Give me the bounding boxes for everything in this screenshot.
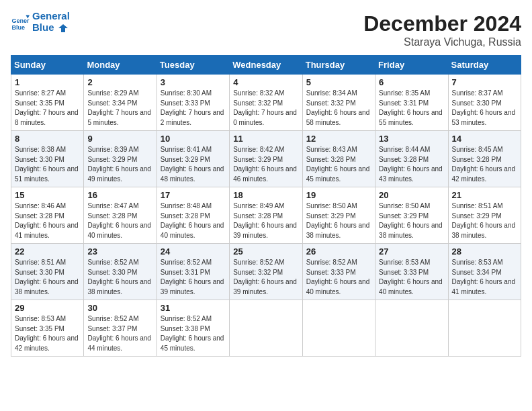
day-number: 16	[87, 190, 152, 200]
day-number: 9	[87, 134, 152, 144]
svg-text:General: General	[11, 17, 30, 24]
logo-blue: Blue	[32, 22, 70, 34]
svg-marker-3	[58, 24, 68, 32]
weekday-header-thursday: Thursday	[302, 56, 375, 75]
day-info: Sunrise: 8:44 AMSunset: 3:28 PMDaylight:…	[379, 146, 443, 183]
day-number: 12	[306, 134, 371, 144]
page-header: General Blue General Blue December 2024 …	[11, 11, 521, 48]
day-number: 30	[87, 303, 152, 313]
day-info: Sunrise: 8:35 AMSunset: 3:31 PMDaylight:…	[379, 89, 443, 126]
calendar-cell: 2 Sunrise: 8:29 AMSunset: 3:34 PMDayligh…	[84, 75, 157, 131]
day-info: Sunrise: 8:47 AMSunset: 3:28 PMDaylight:…	[87, 202, 151, 239]
logo-arrow-icon	[58, 24, 68, 32]
day-number: 11	[233, 134, 298, 144]
week-row-3: 15 Sunrise: 8:46 AMSunset: 3:28 PMDaylig…	[11, 187, 521, 244]
calendar-cell: 11 Sunrise: 8:42 AMSunset: 3:29 PMDaylig…	[230, 131, 302, 187]
calendar-cell: 18 Sunrise: 8:49 AMSunset: 3:28 PMDaylig…	[230, 187, 302, 244]
day-info: Sunrise: 8:53 AMSunset: 3:33 PMDaylight:…	[379, 259, 443, 295]
calendar-cell: 14 Sunrise: 8:45 AMSunset: 3:28 PMDaylig…	[448, 131, 521, 187]
calendar-cell: 22 Sunrise: 8:51 AMSunset: 3:30 PMDaylig…	[11, 244, 84, 300]
day-number: 23	[87, 246, 152, 257]
day-number: 15	[15, 190, 80, 200]
day-info: Sunrise: 8:52 AMSunset: 3:38 PMDaylight:…	[161, 315, 224, 352]
day-number: 17	[161, 190, 226, 200]
logo: General Blue General Blue	[11, 11, 70, 33]
day-info: Sunrise: 8:27 AMSunset: 3:35 PMDaylight:…	[15, 89, 79, 126]
calendar-cell: 31 Sunrise: 8:52 AMSunset: 3:38 PMDaylig…	[157, 300, 229, 357]
calendar-cell: 29 Sunrise: 8:53 AMSunset: 3:35 PMDaylig…	[11, 300, 84, 357]
calendar-cell	[375, 300, 448, 357]
calendar-cell	[302, 300, 375, 357]
day-number: 20	[379, 190, 444, 200]
day-info: Sunrise: 8:29 AMSunset: 3:34 PMDaylight:…	[87, 89, 151, 126]
calendar-cell: 20 Sunrise: 8:50 AMSunset: 3:29 PMDaylig…	[375, 187, 448, 244]
day-number: 2	[87, 77, 152, 87]
calendar-cell: 10 Sunrise: 8:41 AMSunset: 3:29 PMDaylig…	[157, 131, 229, 187]
day-info: Sunrise: 8:34 AMSunset: 3:32 PMDaylight:…	[306, 89, 370, 126]
day-info: Sunrise: 8:41 AMSunset: 3:29 PMDaylight:…	[161, 146, 224, 183]
calendar-cell: 16 Sunrise: 8:47 AMSunset: 3:28 PMDaylig…	[84, 187, 157, 244]
day-number: 5	[306, 77, 371, 87]
calendar-cell: 26 Sunrise: 8:52 AMSunset: 3:33 PMDaylig…	[302, 244, 375, 300]
day-number: 1	[15, 77, 80, 87]
calendar-cell: 19 Sunrise: 8:50 AMSunset: 3:29 PMDaylig…	[302, 187, 375, 244]
calendar-cell: 8 Sunrise: 8:38 AMSunset: 3:30 PMDayligh…	[11, 131, 84, 187]
day-number: 8	[15, 134, 80, 144]
day-info: Sunrise: 8:50 AMSunset: 3:29 PMDaylight:…	[379, 202, 443, 239]
day-info: Sunrise: 8:53 AMSunset: 3:35 PMDaylight:…	[15, 315, 79, 352]
day-number: 3	[161, 77, 226, 87]
month-year-title: December 2024	[363, 11, 521, 36]
day-number: 7	[452, 77, 517, 87]
calendar-cell: 6 Sunrise: 8:35 AMSunset: 3:31 PMDayligh…	[375, 75, 448, 131]
day-number: 13	[379, 134, 444, 144]
calendar-cell: 30 Sunrise: 8:52 AMSunset: 3:37 PMDaylig…	[84, 300, 157, 357]
week-row-2: 8 Sunrise: 8:38 AMSunset: 3:30 PMDayligh…	[11, 131, 521, 187]
day-info: Sunrise: 8:43 AMSunset: 3:28 PMDaylight:…	[306, 146, 370, 183]
calendar-cell: 27 Sunrise: 8:53 AMSunset: 3:33 PMDaylig…	[375, 244, 448, 300]
day-number: 25	[233, 246, 298, 257]
day-number: 27	[379, 246, 444, 257]
calendar-cell: 1 Sunrise: 8:27 AMSunset: 3:35 PMDayligh…	[11, 75, 84, 131]
day-number: 22	[15, 246, 80, 257]
calendar-cell	[230, 300, 302, 357]
day-number: 31	[161, 303, 226, 313]
logo-icon: General Blue	[11, 13, 30, 32]
calendar-cell: 5 Sunrise: 8:34 AMSunset: 3:32 PMDayligh…	[302, 75, 375, 131]
calendar-table: SundayMondayTuesdayWednesdayThursdayFrid…	[11, 55, 521, 357]
weekday-header-saturday: Saturday	[448, 56, 521, 75]
day-info: Sunrise: 8:52 AMSunset: 3:37 PMDaylight:…	[87, 315, 151, 352]
day-info: Sunrise: 8:53 AMSunset: 3:34 PMDaylight:…	[452, 259, 516, 295]
day-info: Sunrise: 8:49 AMSunset: 3:28 PMDaylight:…	[233, 202, 297, 239]
day-info: Sunrise: 8:50 AMSunset: 3:29 PMDaylight:…	[306, 202, 370, 239]
day-info: Sunrise: 8:51 AMSunset: 3:29 PMDaylight:…	[452, 202, 516, 239]
calendar-cell: 7 Sunrise: 8:37 AMSunset: 3:30 PMDayligh…	[448, 75, 521, 131]
logo-general: General	[32, 11, 70, 22]
week-row-4: 22 Sunrise: 8:51 AMSunset: 3:30 PMDaylig…	[11, 244, 521, 300]
day-number: 29	[15, 303, 80, 313]
location-subtitle: Staraya Vichuga, Russia	[363, 36, 521, 48]
calendar-cell: 24 Sunrise: 8:52 AMSunset: 3:31 PMDaylig…	[157, 244, 229, 300]
calendar-cell: 21 Sunrise: 8:51 AMSunset: 3:29 PMDaylig…	[448, 187, 521, 244]
weekday-header-sunday: Sunday	[11, 56, 84, 75]
weekday-header-friday: Friday	[375, 56, 448, 75]
title-block: December 2024 Staraya Vichuga, Russia	[363, 11, 521, 48]
calendar-cell: 15 Sunrise: 8:46 AMSunset: 3:28 PMDaylig…	[11, 187, 84, 244]
calendar-cell: 28 Sunrise: 8:53 AMSunset: 3:34 PMDaylig…	[448, 244, 521, 300]
calendar-cell: 9 Sunrise: 8:39 AMSunset: 3:29 PMDayligh…	[84, 131, 157, 187]
day-number: 19	[306, 190, 371, 200]
svg-text:Blue: Blue	[11, 24, 25, 31]
day-info: Sunrise: 8:48 AMSunset: 3:28 PMDaylight:…	[161, 202, 224, 239]
day-info: Sunrise: 8:46 AMSunset: 3:28 PMDaylight:…	[15, 202, 79, 239]
day-info: Sunrise: 8:37 AMSunset: 3:30 PMDaylight:…	[452, 89, 516, 126]
day-info: Sunrise: 8:52 AMSunset: 3:31 PMDaylight:…	[161, 259, 224, 295]
day-info: Sunrise: 8:51 AMSunset: 3:30 PMDaylight:…	[15, 259, 79, 295]
day-info: Sunrise: 8:42 AMSunset: 3:29 PMDaylight:…	[233, 146, 297, 183]
day-info: Sunrise: 8:39 AMSunset: 3:29 PMDaylight:…	[87, 146, 151, 183]
calendar-cell: 23 Sunrise: 8:52 AMSunset: 3:30 PMDaylig…	[84, 244, 157, 300]
day-number: 28	[452, 246, 517, 257]
day-number: 24	[161, 246, 226, 257]
calendar-cell: 17 Sunrise: 8:48 AMSunset: 3:28 PMDaylig…	[157, 187, 229, 244]
day-info: Sunrise: 8:52 AMSunset: 3:33 PMDaylight:…	[306, 259, 370, 295]
day-number: 4	[233, 77, 298, 87]
day-info: Sunrise: 8:52 AMSunset: 3:30 PMDaylight:…	[87, 259, 151, 295]
